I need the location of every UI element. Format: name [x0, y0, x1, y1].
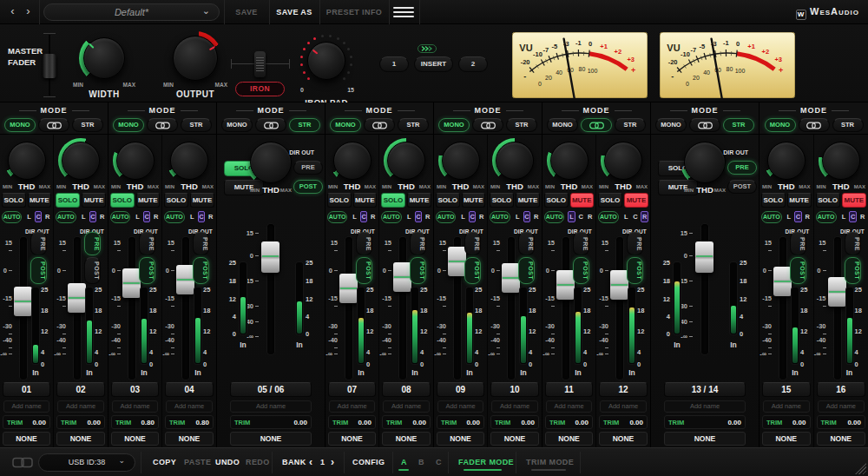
mode-str-button[interactable]: STR — [72, 118, 103, 132]
fader-handle[interactable] — [695, 241, 713, 273]
mode-link-icon[interactable] — [581, 118, 612, 132]
fader-mode-tab[interactable]: FADER MODE — [458, 448, 514, 476]
auto-button[interactable]: AUTO — [816, 211, 837, 223]
post-button[interactable]: POST — [464, 257, 481, 284]
mute-button[interactable]: MUTE — [82, 193, 106, 208]
thd-knob[interactable] — [113, 138, 158, 183]
auto-button[interactable]: AUTO — [56, 211, 76, 223]
pan-center-button[interactable]: C — [415, 211, 423, 222]
thd-knob[interactable] — [547, 138, 592, 183]
solo-button[interactable]: SOLO — [110, 193, 135, 208]
channel-number[interactable]: 10 — [490, 382, 539, 397]
thd-knob[interactable] — [58, 138, 103, 183]
trim-control[interactable]: TRIM0.00 — [664, 415, 746, 429]
pan-left-button[interactable]: L — [786, 211, 793, 222]
mode-link-icon[interactable] — [147, 118, 178, 132]
channel-name-input[interactable]: Add name — [230, 400, 312, 413]
mute-button[interactable]: MUTE — [516, 193, 540, 208]
post-button[interactable]: POST — [518, 257, 535, 284]
auto-button[interactable]: AUTO — [2, 211, 22, 223]
trim-control[interactable]: TRIM0.80 — [165, 415, 214, 429]
trim-control[interactable]: TRIM0.00 — [817, 415, 866, 429]
solo-button[interactable]: SOLO — [2, 193, 26, 208]
channel-name-input[interactable]: Add name — [437, 400, 483, 413]
pan-right-button[interactable]: R — [98, 211, 106, 222]
mode-mono-button[interactable]: MONO — [547, 118, 578, 132]
pre-button[interactable]: PRE — [193, 232, 209, 255]
pan-right-button[interactable]: R — [804, 211, 812, 222]
fader-handle[interactable] — [828, 277, 846, 307]
channel-number[interactable]: 03 — [111, 382, 159, 397]
fader-track[interactable] — [562, 237, 569, 380]
thd-knob[interactable] — [384, 138, 429, 183]
post-button[interactable]: POST — [356, 257, 372, 284]
pan-center-button[interactable]: C — [35, 211, 43, 222]
thd-knob[interactable] — [167, 138, 212, 183]
preset-info-button[interactable]: PRESET INFO — [319, 0, 389, 24]
trim-control[interactable]: TRIM0.00 — [545, 415, 593, 429]
mode-mono-button[interactable]: MONO — [4, 118, 36, 132]
mode-str-button[interactable]: STR — [398, 118, 429, 132]
output-select[interactable]: NONE — [490, 432, 539, 446]
gcon-link-icon[interactable] — [12, 456, 33, 469]
fader-track[interactable] — [128, 237, 135, 380]
pre-button[interactable]: PRE — [790, 232, 806, 255]
bank-next-icon[interactable]: › — [331, 448, 334, 476]
fader-track[interactable] — [834, 237, 841, 380]
thd-knob[interactable] — [4, 138, 49, 183]
mute-button[interactable]: MUTE — [190, 193, 214, 208]
solo-button[interactable]: SOLO — [598, 193, 622, 208]
pre-button[interactable]: PRE — [30, 232, 47, 255]
output-select[interactable]: NONE — [165, 432, 214, 446]
pan-center-button[interactable]: C — [198, 211, 206, 222]
post-button[interactable]: POST — [573, 257, 589, 284]
mode-link-icon[interactable] — [364, 118, 395, 132]
pan-center-button[interactable]: C — [360, 211, 368, 222]
pan-left-button[interactable]: L — [840, 211, 848, 222]
pan-right-button[interactable]: R — [424, 211, 431, 222]
fader-handle[interactable] — [610, 270, 628, 300]
output-select[interactable]: NONE — [3, 432, 50, 446]
output-select[interactable]: NONE — [664, 432, 746, 446]
channel-number[interactable]: 13 / 14 — [664, 382, 746, 397]
mode-str-button[interactable]: STR — [506, 118, 537, 132]
auto-button[interactable]: AUTO — [490, 211, 510, 223]
output-select[interactable]: NONE — [599, 432, 648, 446]
output-select[interactable]: NONE — [382, 432, 431, 446]
pan-right-button[interactable]: R — [369, 211, 377, 222]
channel-number[interactable]: 01 — [3, 382, 50, 397]
channel-number[interactable]: 04 — [165, 382, 214, 397]
post-button[interactable]: POST — [845, 257, 861, 284]
trim-control[interactable]: TRIM0.00 — [599, 415, 648, 429]
auto-button[interactable]: AUTO — [164, 211, 185, 223]
auto-button[interactable]: AUTO — [110, 211, 130, 223]
fader-handle[interactable] — [68, 283, 86, 313]
trim-control[interactable]: TRIM0.00 — [382, 415, 431, 429]
auto-button[interactable]: AUTO — [761, 211, 782, 223]
fader-handle[interactable] — [448, 247, 466, 276]
copy-button[interactable]: COPY — [153, 448, 176, 476]
pan-center-button[interactable]: C — [577, 211, 585, 222]
thd-knob[interactable] — [247, 138, 295, 187]
trim-control[interactable]: TRIM0.00 — [437, 415, 484, 429]
output-select[interactable]: NONE — [817, 432, 866, 446]
output-select[interactable]: NONE — [230, 432, 312, 446]
channel-name-input[interactable]: Add name — [166, 400, 213, 413]
fader-handle[interactable] — [773, 267, 792, 296]
fader-handle[interactable] — [122, 268, 141, 298]
auto-button[interactable]: AUTO — [598, 211, 619, 223]
mute-button[interactable]: MUTE — [624, 193, 648, 208]
channel-number[interactable]: 15 — [762, 382, 811, 397]
fader-track[interactable] — [182, 237, 189, 380]
pan-right-button[interactable]: R — [532, 211, 540, 222]
pan-center-button[interactable]: C — [794, 211, 802, 222]
mute-button[interactable]: MUTE — [407, 193, 431, 208]
master-fader-handle[interactable] — [43, 54, 56, 78]
mode-mono-button[interactable]: MONO — [765, 118, 796, 132]
mode-mono-button[interactable]: MONO — [438, 118, 470, 132]
preset-selector[interactable]: Default* ⌄ — [43, 3, 220, 21]
pan-left-button[interactable]: L — [134, 211, 141, 222]
master-fader[interactable] — [42, 33, 57, 97]
thd-knob[interactable] — [601, 138, 646, 183]
channel-number[interactable]: 08 — [382, 382, 431, 397]
